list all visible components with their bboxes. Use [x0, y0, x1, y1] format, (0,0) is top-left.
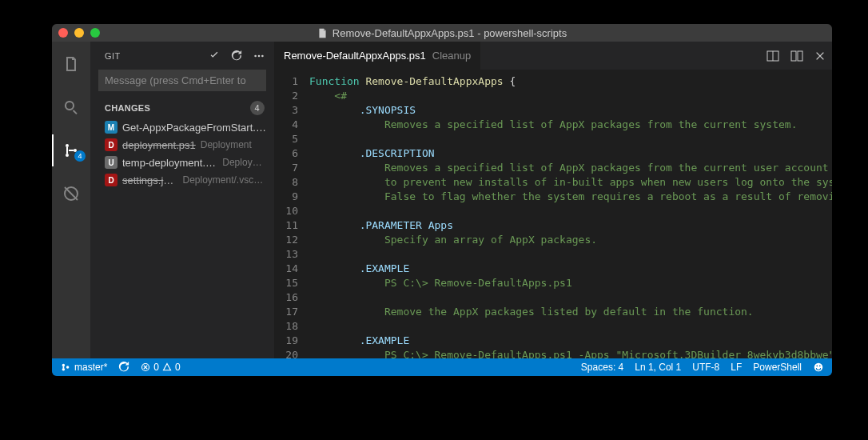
activity-bar: 4 [52, 42, 90, 358]
search-icon[interactable] [52, 91, 90, 123]
line-numbers: 1234567891011121314151617181920 [274, 70, 309, 358]
tab-bar: Remove-DefaultAppxApps.ps1 Cleanup [274, 42, 832, 70]
status-chip: M [105, 121, 117, 134]
more-icon[interactable] [253, 50, 265, 62]
code-content[interactable]: Function Remove-DefaultAppxApps { <# .SY… [309, 70, 832, 358]
svg-point-2 [258, 54, 261, 57]
svg-rect-6 [791, 51, 796, 61]
changes-label: CHANGES [105, 103, 150, 113]
commit-input[interactable] [98, 70, 266, 91]
sidebar-header: GIT [90, 42, 274, 70]
split-editor-icon[interactable] [766, 50, 779, 62]
changes-list: MGet-AppxPackageFromStart.ps1 ...Ddeploy… [90, 118, 274, 189]
change-filename: deployment.ps1 [122, 139, 196, 151]
editor-group: Remove-DefaultAppxApps.ps1 Cleanup 1 [274, 42, 832, 358]
app-window: Remove-DefaultAppxApps.ps1 - powershell-… [52, 24, 832, 376]
change-item[interactable]: Ddeployment.ps1Deployment [90, 136, 274, 154]
cursor-position[interactable]: Ln 1, Col 1 [635, 362, 681, 373]
language-indicator[interactable]: PowerShell [753, 362, 802, 373]
status-chip: D [105, 174, 117, 186]
branch-name: master* [74, 362, 107, 373]
change-item[interactable]: MGet-AppxPackageFromStart.ps1 ... [90, 118, 274, 136]
window-controls [58, 28, 100, 38]
branch-indicator[interactable]: master* [60, 362, 107, 373]
eol-indicator[interactable]: LF [731, 362, 742, 373]
sync-indicator[interactable] [118, 362, 129, 373]
debug-icon[interactable] [52, 178, 90, 210]
zoom-window-button[interactable] [90, 28, 100, 38]
change-filename: settings.json [122, 174, 177, 186]
window-title: Remove-DefaultAppxApps.ps1 - powershell-… [52, 27, 832, 39]
svg-point-3 [261, 54, 264, 57]
svg-rect-7 [798, 51, 802, 61]
scm-badge: 4 [74, 150, 86, 162]
change-path: Deployment/.vscode [182, 174, 266, 186]
error-count: 0 [153, 362, 159, 373]
feedback-icon[interactable] [813, 362, 824, 373]
window-title-text: Remove-DefaultAppxApps.ps1 - powershell-… [332, 27, 567, 39]
status-chip: D [105, 138, 117, 151]
tab-description: Cleanup [432, 50, 471, 62]
editor-actions [766, 50, 826, 62]
change-item[interactable]: Dsettings.jsonDeployment/.vscode [90, 171, 274, 189]
commit-message-field[interactable] [98, 70, 266, 91]
sidebar-title: GIT [105, 51, 121, 61]
file-icon [317, 28, 328, 38]
changes-header[interactable]: CHANGES 4 [90, 98, 274, 118]
explorer-icon[interactable] [52, 48, 90, 80]
sidebar-actions [209, 50, 265, 62]
change-path: Deploym... [222, 157, 266, 168]
change-path: Deployment [201, 139, 252, 150]
change-filename: temp-deployment.ps1 [122, 157, 217, 169]
status-chip: U [105, 156, 117, 169]
close-editor-icon[interactable] [814, 50, 826, 62]
change-filename: Get-AppxPackageFromStart.ps1 ... [122, 122, 266, 134]
svg-point-10 [816, 365, 818, 366]
svg-point-11 [819, 365, 821, 366]
problems-indicator[interactable]: 0 0 [141, 362, 180, 373]
close-window-button[interactable] [58, 28, 68, 38]
indentation-indicator[interactable]: Spaces: 4 [581, 362, 623, 373]
minimize-window-button[interactable] [74, 28, 84, 38]
code-editor[interactable]: 1234567891011121314151617181920 Function… [274, 70, 832, 358]
status-bar: master* 0 0 Spaces: 4 Ln 1, Col 1 UTF-8 … [52, 358, 832, 376]
diff-icon[interactable] [790, 50, 803, 62]
tab-label: Remove-DefaultAppxApps.ps1 [284, 50, 426, 62]
tab-active[interactable]: Remove-DefaultAppxApps.ps1 Cleanup [274, 42, 480, 70]
sidebar: GIT CHANGES 4 [90, 42, 274, 358]
titlebar: Remove-DefaultAppxApps.ps1 - powershell-… [52, 24, 832, 42]
refresh-icon[interactable] [231, 50, 242, 62]
changes-count: 4 [250, 101, 265, 115]
source-control-icon[interactable]: 4 [52, 134, 90, 166]
encoding-indicator[interactable]: UTF-8 [692, 362, 719, 373]
change-item[interactable]: Utemp-deployment.ps1Deploym... [90, 154, 274, 171]
svg-point-1 [254, 54, 257, 57]
warning-count: 0 [175, 362, 181, 373]
commit-icon[interactable] [209, 50, 220, 62]
